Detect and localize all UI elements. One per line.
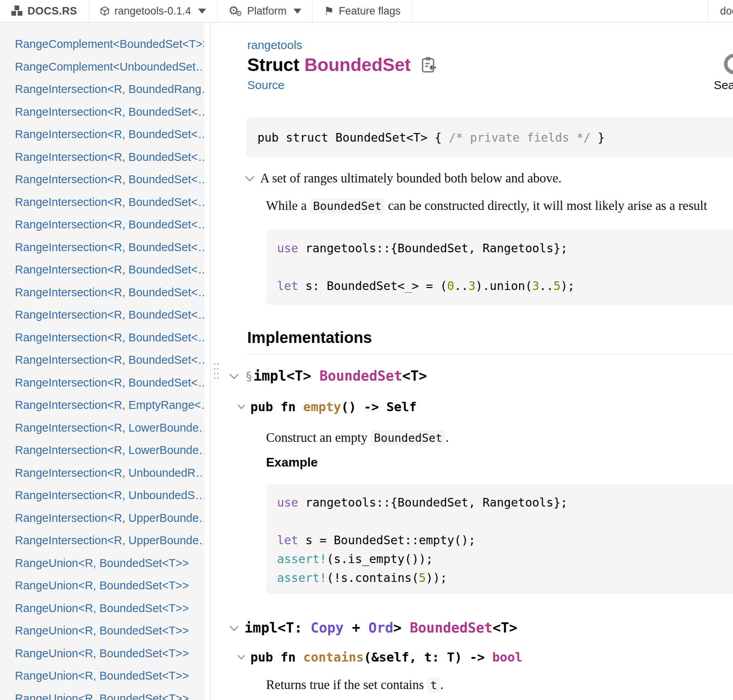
sidebar-item[interactable]: RangeIntersection<R, UpperBounde… <box>0 529 204 552</box>
platform-menu[interactable]: ⚙⚙ Platform <box>217 0 313 22</box>
method-doc: Construct an empty BoundedSet. <box>266 429 449 447</box>
sidebar-item[interactable]: RangeIntersection<R, BoundedSet<… <box>0 349 204 372</box>
sidebar-item[interactable]: RangeUnion<R, BoundedSet<T>> <box>0 552 204 575</box>
impl-block-header[interactable]: impl<T: Copy + Ord> BoundedSet<T> <box>231 620 517 636</box>
code-token: <T> <box>402 368 427 384</box>
sidebar-item[interactable]: RangeIntersection<R, BoundedSet<… <box>0 213 204 236</box>
search-ring-icon[interactable] <box>724 54 733 74</box>
example-heading: Example <box>266 454 318 470</box>
sidebar-item[interactable]: RangeIntersection<R, BoundedSet<… <box>0 304 204 326</box>
code-token: pub struct BoundedSet<T> { <box>257 131 449 144</box>
collapse-chevron-icon[interactable] <box>229 370 239 379</box>
sidebar-item[interactable]: RangeIntersection<R, BoundedSet<… <box>0 326 204 349</box>
docs-rs-page: { "navbar": { "brand": "DOCS.RS", "crate… <box>0 0 733 700</box>
code-token: (&self, t: T) -> <box>364 650 492 665</box>
trait-link[interactable]: Ord <box>368 620 393 636</box>
sidebar-item[interactable]: RangeIntersection<R, EmptyRange<… <box>0 394 204 417</box>
sidebar-item[interactable]: RangeIntersection<R, BoundedSet<… <box>0 236 204 259</box>
crate-version-menu[interactable]: rangetools-0.1.4 <box>89 0 217 22</box>
method-doc-text: . <box>440 678 443 692</box>
sidebar-item[interactable]: RangeIntersection<R, BoundedSet<… <box>0 372 204 394</box>
code-line: use rangetools::{BoundedSet, Rangetools}… <box>277 493 733 512</box>
doc-summary-text: A set of ranges ultimately bounded both … <box>260 170 562 187</box>
sidebar-item[interactable]: RangeUnion<R, BoundedSet<T>> <box>0 642 204 665</box>
sidebar-item[interactable]: RangeComplement<BoundedSet<T>> <box>0 33 204 56</box>
code-token: .. <box>539 279 553 293</box>
top-navbar: DOCS.RS rangetools-0.1.4 ⚙⚙ Platform ⚑ F… <box>0 0 733 22</box>
sidebar-item[interactable]: RangeIntersection<R, UnboundedR… <box>0 462 204 485</box>
collapse-chevron-icon[interactable] <box>237 401 245 409</box>
code-token: impl<T: <box>244 620 311 636</box>
sidebar-item[interactable]: RangeIntersection<R, BoundedRang… <box>0 78 204 101</box>
code-token: 5 <box>553 279 560 293</box>
inline-code: t <box>427 677 440 693</box>
package-icon <box>100 6 110 16</box>
sidebar-item[interactable]: RangeIntersection<R, BoundedSet<… <box>0 101 204 124</box>
struct-link[interactable]: BoundedSet <box>410 620 492 636</box>
feature-flags-menu[interactable]: ⚑ Feature flags <box>313 0 412 22</box>
collapse-chevron-icon[interactable] <box>229 622 239 631</box>
sidebar-item[interactable]: RangeComplement<UnboundedSet… <box>0 56 204 78</box>
sidebar-item[interactable]: RangeIntersection<R, BoundedSet<… <box>0 146 204 169</box>
sidebar-item[interactable]: RangeUnion<R, BoundedSet<T>> <box>0 620 204 642</box>
sidebar-item[interactable]: RangeIntersection<R, BoundedSet<… <box>0 168 204 191</box>
method-header[interactable]: pub fn contains(&self, t: T) -> bool <box>239 650 523 665</box>
sidebar-item[interactable]: RangeIntersection<R, BoundedSet<… <box>0 281 204 304</box>
copy-path-button[interactable] <box>421 56 437 73</box>
prim-link[interactable]: bool <box>492 650 523 665</box>
sidebar-item[interactable]: RangeUnion<R, BoundedSet<T>> <box>0 574 204 597</box>
code-token: .. <box>454 279 469 293</box>
code-token: rangetools::{BoundedSet, Rangetools}; <box>298 241 567 255</box>
impl-block-header[interactable]: § impl<T> BoundedSet<T> <box>231 368 427 384</box>
sidebar-item[interactable]: RangeIntersection<R, BoundedSet<… <box>0 123 204 146</box>
code-line <box>277 258 733 277</box>
method-header[interactable]: pub fn empty() -> Self <box>239 399 417 414</box>
struct-link[interactable]: BoundedSet <box>319 368 402 384</box>
method-doc: Returns true if the set contains t. <box>266 676 443 694</box>
chevron-down-icon <box>198 9 206 14</box>
code-token: } <box>591 131 605 144</box>
sidebar-item[interactable]: RangeIntersection<R, BoundedSet<… <box>0 259 204 281</box>
sidebar-item[interactable]: RangeIntersection<R, LowerBounde… <box>0 439 204 462</box>
sidebar-item[interactable]: RangeIntersection<R, UpperBounde… <box>0 507 204 530</box>
impl-signature: impl<T: Copy + Ord> BoundedSet<T> <box>244 620 517 636</box>
sidebar-item[interactable]: RangeIntersection<R, BoundedSet<… <box>0 191 204 214</box>
code-line: assert!(s.is_empty()); <box>277 550 733 569</box>
collapse-chevron-icon[interactable] <box>245 172 254 181</box>
trait-link[interactable]: Copy <box>311 620 344 636</box>
fn-link[interactable]: contains <box>303 650 364 665</box>
sidebar-item[interactable]: RangeUnion<R, BoundedSet<T>> <box>0 687 204 700</box>
code-line: let s = BoundedSet::empty(); <box>277 531 733 550</box>
docs-rs-right-menu[interactable]: docs.rs <box>708 0 733 22</box>
sidebar-resize-grip-icon[interactable] <box>212 363 219 381</box>
docs-rs-brand[interactable]: DOCS.RS <box>0 0 89 22</box>
fn-link[interactable]: empty <box>303 399 341 414</box>
code-token: (s.is_empty()); <box>326 552 433 566</box>
platform-label: Platform <box>247 5 287 17</box>
code-line: assert!(!s.contains(5)); <box>277 569 733 587</box>
code-token: impl<T> <box>253 368 320 384</box>
sidebar-item[interactable]: RangeUnion<R, BoundedSet<T>> <box>0 597 204 620</box>
method-doc-text: Returns true if the set contains <box>266 678 427 692</box>
code-token: + <box>344 620 368 636</box>
inline-code: BoundedSet <box>310 198 385 214</box>
sidebar-item[interactable]: RangeIntersection<R, UnboundedS… <box>0 484 204 507</box>
sidebar-item[interactable]: RangeIntersection<R, LowerBounde… <box>0 417 204 439</box>
sidebar-scrollbar[interactable] <box>204 22 210 700</box>
code-token: ); <box>561 279 575 293</box>
sidebar-item[interactable]: RangeUnion<R, BoundedSet<T>> <box>0 665 204 687</box>
code-token: (!s.contains( <box>326 571 419 585</box>
section-anchor[interactable]: § <box>245 369 253 383</box>
paragraph-text: While a <box>266 199 310 213</box>
collapse-chevron-icon[interactable] <box>237 652 245 660</box>
chevron-down-icon <box>294 9 301 14</box>
search-label[interactable]: Search <box>714 78 733 92</box>
code-token: ).union( <box>476 279 532 293</box>
code-token: rangetools::{BoundedSet, Rangetools}; <box>298 496 567 509</box>
source-link[interactable]: Source <box>247 78 284 92</box>
code-token: 5 <box>419 571 426 585</box>
code-line: use rangetools::{BoundedSet, Rangetools}… <box>277 239 733 258</box>
title-struct-name: BoundedSet <box>305 55 411 75</box>
breadcrumb-crate-link[interactable]: rangetools <box>247 38 302 52</box>
page-title-row: Struct BoundedSet <box>247 54 437 76</box>
